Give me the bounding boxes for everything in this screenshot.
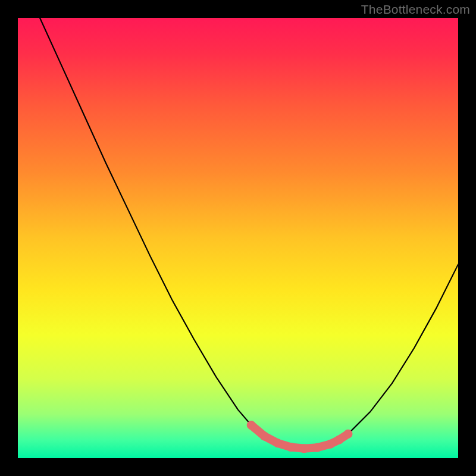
chart-svg	[18, 18, 458, 458]
highlight-dot	[335, 435, 344, 444]
highlight-dot	[260, 432, 269, 441]
highlight-dot	[313, 443, 322, 452]
highlight-dot	[273, 439, 282, 447]
highlight-dot	[286, 443, 295, 452]
highlight-dot	[326, 440, 335, 449]
highlight-dot	[344, 430, 353, 439]
gradient-bg	[18, 18, 458, 458]
chart-frame: TheBottleneck.com	[0, 0, 476, 476]
highlight-dot	[247, 421, 256, 430]
watermark-text: TheBottleneck.com	[361, 2, 470, 17]
highlight-dot	[300, 444, 309, 453]
chart-plot	[18, 18, 458, 458]
